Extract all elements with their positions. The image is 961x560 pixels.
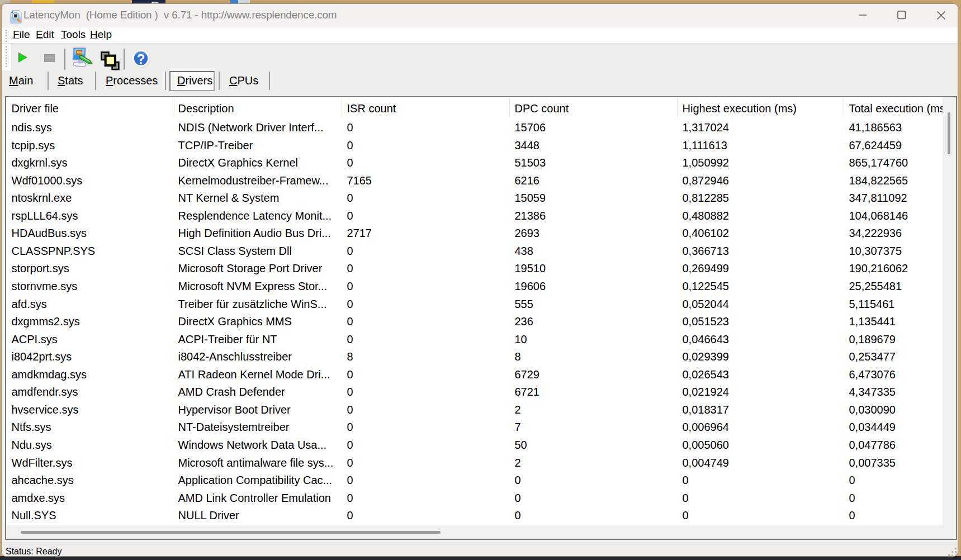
svg-text:?: ? (137, 51, 145, 67)
